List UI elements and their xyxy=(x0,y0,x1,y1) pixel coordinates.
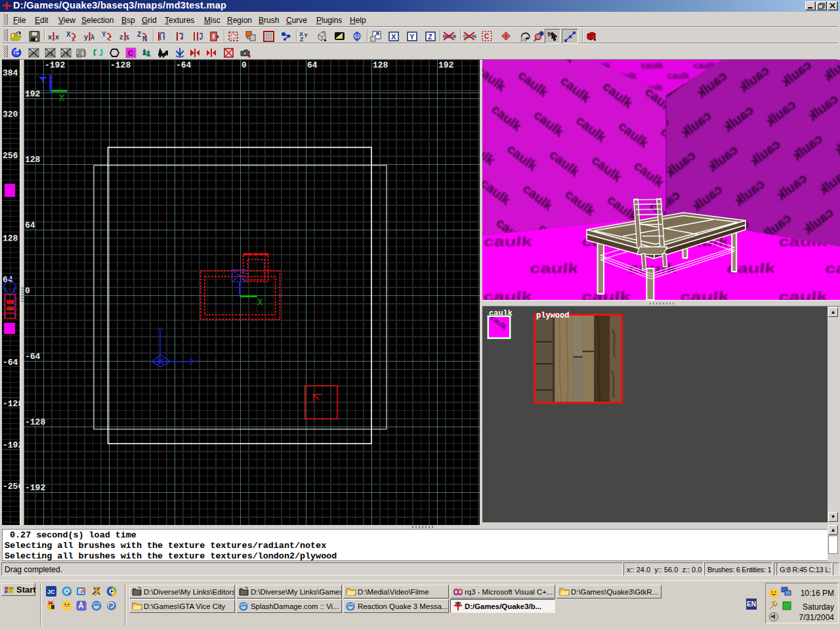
svg-text:X: X xyxy=(391,33,396,41)
svg-text:X: X xyxy=(257,297,263,308)
svg-text:JC: JC xyxy=(47,589,55,595)
svg-text:z: z xyxy=(119,33,123,41)
svg-text:X: X xyxy=(66,31,71,38)
svg-text:Y: Y xyxy=(102,31,106,38)
svg-text:1:0: 1:0 xyxy=(520,37,527,42)
svg-text:Y: Y xyxy=(410,33,415,41)
svg-text:XY: XY xyxy=(30,51,37,57)
svg-text:N: N xyxy=(142,35,147,42)
svg-text:x: x xyxy=(48,33,52,41)
svg-text:Z: Z xyxy=(300,36,304,42)
svg-text:YZ: YZ xyxy=(62,51,69,57)
svg-text:Z: Z xyxy=(428,33,432,41)
svg-text:Z: Z xyxy=(137,31,141,38)
svg-text:y: y xyxy=(84,33,89,41)
svg-text:x: x xyxy=(72,35,75,42)
svg-text:C: C xyxy=(484,33,489,40)
svg-text:z: z xyxy=(125,33,129,41)
svg-text:λ: λ xyxy=(91,33,94,41)
svg-text:P: P xyxy=(109,602,113,609)
svg-text:XZ: XZ xyxy=(47,51,53,57)
svg-text:X: X xyxy=(59,93,65,104)
svg-text:C: C xyxy=(128,49,133,57)
svg-text:Y: Y xyxy=(304,32,308,39)
svg-text:<: < xyxy=(107,35,111,42)
svg-text:E: E xyxy=(14,50,18,56)
svg-text:x: x xyxy=(55,33,59,41)
